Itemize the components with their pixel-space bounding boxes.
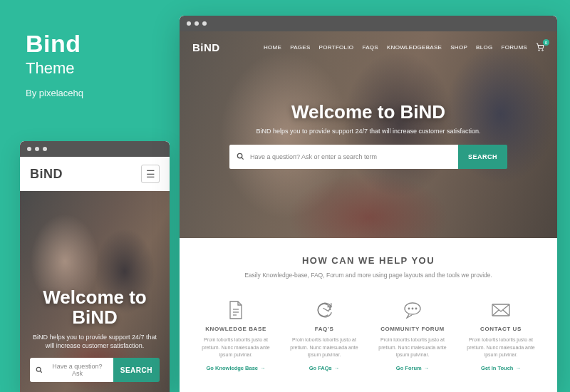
svg-line-14 xyxy=(492,310,499,316)
svg-point-10 xyxy=(408,308,410,309)
search-input[interactable]: Have a question? Ask xyxy=(30,358,113,382)
theme-name: Bind xyxy=(26,30,83,58)
help-cards: KNOWLEDGE BASE Proin lobortis lobortis j… xyxy=(195,294,542,377)
mobile-appbar: BiND ☰ xyxy=(20,157,170,191)
window-dot xyxy=(35,147,39,151)
card-title: FAQ'S xyxy=(286,326,362,332)
card-cta[interactable]: Go FAQs → xyxy=(309,365,340,371)
help-section: HOW CAN WE HELP YOU Easily Knowledge-bas… xyxy=(180,238,557,377)
promo-title: Bind Theme By pixelacehq xyxy=(26,30,83,98)
search-icon xyxy=(36,366,43,373)
search-placeholder: Have a question? Ask or enter a search t… xyxy=(250,153,377,160)
card-cta[interactable]: Go Forum → xyxy=(396,365,429,371)
search-input[interactable]: Have a question? Ask or enter a search t… xyxy=(229,145,458,169)
cta-label: Go Forum xyxy=(396,365,422,371)
card-faqs: FAQ'S Proin lobortis lobortis justo at p… xyxy=(284,294,365,377)
card-cta[interactable]: Go Knowledge Base → xyxy=(206,365,265,371)
card-body: Proin lobortis lobortis justo at pretium… xyxy=(463,336,539,359)
arrow-right-icon: → xyxy=(515,365,521,371)
theme-author: By pixelacehq xyxy=(26,88,83,98)
theme-subtitle: Theme xyxy=(26,59,83,78)
desktop-preview: BiND HOME PAGES PORTFOLIO FAQS KNOWLEDGE… xyxy=(180,16,557,392)
browser-chrome xyxy=(20,141,170,157)
refresh-icon xyxy=(286,299,362,321)
cta-label: Get In Touch xyxy=(481,365,513,371)
card-body: Proin lobortis lobortis justo at pretium… xyxy=(375,336,450,359)
card-title: CONTACT US xyxy=(463,326,539,332)
arrow-right-icon: → xyxy=(260,365,266,371)
mobile-preview: BiND ☰ Welcome to BiND BiND helps you to… xyxy=(20,141,170,392)
window-dot xyxy=(195,21,199,26)
svg-point-4 xyxy=(237,153,242,158)
search-placeholder: Have a question? Ask xyxy=(47,363,108,377)
card-contact-us: CONTACT US Proin lobortis lobortis justo… xyxy=(460,294,542,377)
help-heading: HOW CAN WE HELP YOU xyxy=(195,255,542,266)
cta-label: Go FAQs xyxy=(309,365,332,371)
card-title: COMMUNITY FORUM xyxy=(375,326,450,332)
hero-title: Welcome to BiND xyxy=(291,101,445,123)
card-community-forum: COMMUNITY FORUM Proin lobortis lobortis … xyxy=(372,294,453,377)
card-cta[interactable]: Get In Touch → xyxy=(481,365,521,371)
svg-line-1 xyxy=(40,371,42,373)
search-bar: Have a question? Ask SEARCH xyxy=(30,358,160,382)
desktop-hero: BiND HOME PAGES PORTFOLIO FAQS KNOWLEDGE… xyxy=(180,31,557,238)
hamburger-icon: ☰ xyxy=(146,168,155,180)
search-button[interactable]: SEARCH xyxy=(113,358,160,382)
hero-tagline: BiND helps you to provide support 24/7 t… xyxy=(256,128,480,135)
window-dot xyxy=(187,21,191,26)
svg-line-15 xyxy=(503,310,509,316)
cta-label: Go Knowledge Base xyxy=(206,365,258,371)
browser-chrome xyxy=(180,16,557,31)
svg-point-0 xyxy=(36,367,41,371)
window-dot xyxy=(202,21,207,26)
document-icon xyxy=(198,299,274,321)
hamburger-menu-button[interactable]: ☰ xyxy=(141,165,160,183)
card-body: Proin lobortis lobortis justo at pretium… xyxy=(198,336,274,359)
arrow-right-icon: → xyxy=(424,365,430,371)
window-dot xyxy=(43,147,47,151)
arrow-right-icon: → xyxy=(334,365,340,371)
search-button[interactable]: SEARCH xyxy=(458,145,507,169)
card-body: Proin lobortis lobortis justo at pretium… xyxy=(286,336,362,359)
hero-title: Welcome to BiND xyxy=(30,288,160,327)
card-title: KNOWLEDGE BASE xyxy=(198,326,274,332)
hero-tagline: BiND helps you to provide support 24/7 t… xyxy=(30,333,160,351)
chat-icon xyxy=(375,299,450,321)
mobile-hero: Welcome to BiND BiND helps you to provid… xyxy=(20,191,170,392)
svg-point-12 xyxy=(415,308,417,309)
window-dot xyxy=(27,147,31,151)
search-bar: Have a question? Ask or enter a search t… xyxy=(229,145,507,169)
envelope-icon xyxy=(463,299,539,321)
help-desc: Easily Knowledge-base, FAQ, Forum and mo… xyxy=(195,272,542,279)
brand-logo[interactable]: BiND xyxy=(30,167,63,182)
svg-line-5 xyxy=(242,158,244,160)
search-icon xyxy=(237,153,244,160)
card-knowledge-base: KNOWLEDGE BASE Proin lobortis lobortis j… xyxy=(195,294,276,377)
svg-point-11 xyxy=(412,308,413,309)
